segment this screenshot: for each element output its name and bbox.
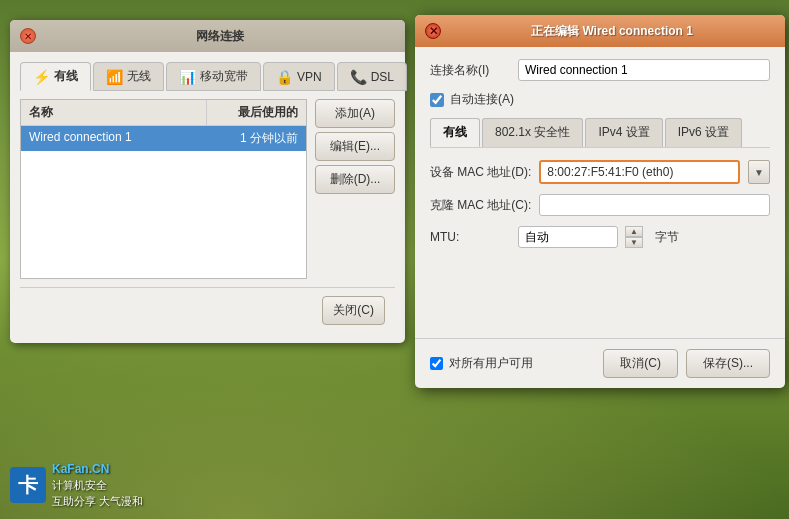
tab-wired-label: 有线 [54,68,78,85]
col-name-header: 名称 [21,100,206,125]
tab-inner-ipv4[interactable]: IPv4 设置 [585,118,662,147]
cancel-button[interactable]: 取消(C) [603,349,678,378]
mtu-row: MTU: ▲ ▼ 字节 [430,226,770,248]
mobile-icon: 📊 [179,69,196,85]
connections-body: ⚡ 有线 📶 无线 📊 移动宽带 🔒 VPN 📞 DSL [10,52,405,343]
connection-name-input[interactable] [518,59,770,81]
clone-mac-label: 克隆 MAC 地址(C): [430,197,531,214]
table-row[interactable]: Wired connection 1 1 分钟以前 [21,126,306,151]
connection-action-buttons: 添加(A) 编辑(E)... 删除(D)... [315,99,395,279]
clone-mac-row: 克隆 MAC 地址(C): [430,194,770,216]
mtu-spinner: ▲ ▼ [625,226,643,248]
watermark-line1: 计算机安全 [52,478,143,493]
connection-name-row: 连接名称(I) [430,59,770,81]
connections-title: 网络连接 [44,28,395,45]
list-header: 名称 最后使用的 [21,100,306,126]
tab-inner-security[interactable]: 802.1x 安全性 [482,118,583,147]
wired-icon: ⚡ [33,69,50,85]
tab-wireless-label: 无线 [127,68,151,85]
watermark-line2: 互助分享 大气漫和 [52,494,143,509]
tab-dsl-label: DSL [371,70,394,84]
edit-close-button[interactable]: ✕ [425,23,441,39]
edit-connection-button[interactable]: 编辑(E)... [315,132,395,161]
mtu-spin-up[interactable]: ▲ [625,226,643,237]
save-button[interactable]: 保存(S)... [686,349,770,378]
mtu-input[interactable] [518,226,618,248]
dsl-icon: 📞 [350,69,367,85]
edit-title: 正在编辑 Wired connection 1 [449,23,775,40]
tab-vpn[interactable]: 🔒 VPN [263,62,335,91]
connections-list-area: 名称 最后使用的 Wired connection 1 1 分钟以前 添加(A)… [20,99,395,279]
delete-connection-button[interactable]: 删除(D)... [315,165,395,194]
tab-mobile-label: 移动宽带 [200,68,248,85]
spacer [430,258,770,318]
edit-titlebar: ✕ 正在编辑 Wired connection 1 [415,15,785,47]
tab-vpn-label: VPN [297,70,322,84]
auto-connect-row: 自动连接(A) [430,91,770,108]
watermark-text: KaFan.CN 计算机安全 互助分享 大气漫和 [52,461,143,509]
row-name: Wired connection 1 [21,126,206,151]
tab-mobile[interactable]: 📊 移动宽带 [166,62,261,91]
mac-address-input[interactable] [539,160,740,184]
connections-tab-bar: ⚡ 有线 📶 无线 📊 移动宽带 🔒 VPN 📞 DSL [20,62,395,91]
inner-tab-bar: 有线 802.1x 安全性 IPv4 设置 IPv6 设置 [430,118,770,148]
tab-dsl[interactable]: 📞 DSL [337,62,407,91]
mac-dropdown-button[interactable]: ▼ [748,160,770,184]
add-connection-button[interactable]: 添加(A) [315,99,395,128]
wireless-icon: 📶 [106,69,123,85]
edit-body: 连接名称(I) 自动连接(A) 有线 802.1x 安全性 IPv4 设置 IP… [415,47,785,330]
watermark-logo: 卡 [10,467,46,503]
mtu-label: MTU: [430,230,510,244]
footer-right: 取消(C) 保存(S)... [603,349,770,378]
connections-list: 名称 最后使用的 Wired connection 1 1 分钟以前 [20,99,307,279]
close-connections-button[interactable]: 关闭(C) [322,296,385,325]
tab-wired[interactable]: ⚡ 有线 [20,62,91,91]
all-users-label: 对所有用户可用 [449,355,533,372]
clone-mac-input[interactable] [539,194,770,216]
mac-address-label: 设备 MAC 地址(D): [430,164,531,181]
row-time: 1 分钟以前 [206,126,306,151]
footer-left: 对所有用户可用 [430,355,533,372]
tab-wireless[interactable]: 📶 无线 [93,62,164,91]
edit-footer: 对所有用户可用 取消(C) 保存(S)... [415,338,785,388]
mtu-unit: 字节 [655,229,679,246]
tab-inner-wired[interactable]: 有线 [430,118,480,147]
connections-window: ✕ 网络连接 ⚡ 有线 📶 无线 📊 移动宽带 🔒 VPN 📞 D [10,20,405,343]
mac-address-row: 设备 MAC 地址(D): ▼ [430,160,770,184]
all-users-checkbox[interactable] [430,357,443,370]
connections-close-button[interactable]: ✕ [20,28,36,44]
connections-footer: 关闭(C) [20,287,395,333]
connection-name-label: 连接名称(I) [430,62,510,79]
mtu-spin-down[interactable]: ▼ [625,237,643,248]
watermark-site: KaFan.CN [52,461,143,478]
edit-window: ✕ 正在编辑 Wired connection 1 连接名称(I) 自动连接(A… [415,15,785,388]
connections-titlebar: ✕ 网络连接 [10,20,405,52]
watermark: 卡 KaFan.CN 计算机安全 互助分享 大气漫和 [10,461,143,509]
col-time-header: 最后使用的 [206,100,306,125]
vpn-icon: 🔒 [276,69,293,85]
auto-connect-label: 自动连接(A) [450,91,514,108]
auto-connect-checkbox[interactable] [430,93,444,107]
tab-inner-ipv6[interactable]: IPv6 设置 [665,118,742,147]
